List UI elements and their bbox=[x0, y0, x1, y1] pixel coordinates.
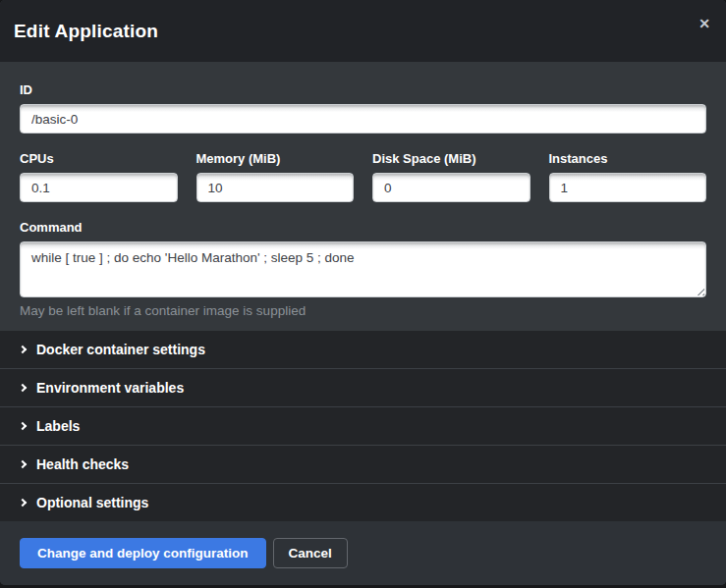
section-label: Docker container settings bbox=[36, 342, 205, 357]
modal-body: ID CPUs Memory (MiB) Disk Space (MiB) In bbox=[0, 62, 726, 331]
id-input[interactable] bbox=[20, 104, 706, 134]
instances-field-group: Instances bbox=[549, 151, 707, 202]
disk-input[interactable] bbox=[372, 173, 531, 202]
instances-label: Instances bbox=[549, 151, 707, 166]
command-help-text: May be left blank if a container image i… bbox=[20, 303, 706, 318]
disk-label: Disk Space (MiB) bbox=[372, 151, 531, 166]
resources-row: CPUs Memory (MiB) Disk Space (MiB) Insta… bbox=[20, 151, 706, 202]
page-background: Edit Application ✕ ID CPUs Memory (MiB) bbox=[0, 0, 726, 588]
chevron-right-icon bbox=[19, 346, 27, 353]
section-environment-variables[interactable]: Environment variables bbox=[0, 369, 726, 407]
command-textarea-wrap: while [ true ] ; do echo 'Hello Marathon… bbox=[20, 241, 706, 297]
section-health-checks[interactable]: Health checks bbox=[0, 446, 726, 484]
command-label: Command bbox=[20, 220, 706, 235]
section-label: Optional settings bbox=[36, 495, 148, 510]
change-and-deploy-button[interactable]: Change and deploy configuration bbox=[20, 538, 266, 568]
command-textarea[interactable]: while [ true ] ; do echo 'Hello Marathon… bbox=[20, 241, 706, 297]
command-field-group: Command while [ true ] ; do echo 'Hello … bbox=[20, 220, 706, 318]
instances-input[interactable] bbox=[549, 173, 707, 202]
chevron-right-icon bbox=[19, 499, 27, 507]
memory-label: Memory (MiB) bbox=[196, 151, 355, 166]
edit-application-modal: Edit Application ✕ ID CPUs Memory (MiB) bbox=[0, 0, 726, 585]
section-optional-settings[interactable]: Optional settings bbox=[0, 484, 726, 521]
cancel-button[interactable]: Cancel bbox=[273, 538, 348, 568]
close-button[interactable]: ✕ bbox=[695, 13, 714, 34]
id-field-group: ID bbox=[20, 82, 706, 134]
chevron-right-icon bbox=[19, 422, 27, 430]
accordion: Docker container settings Environment va… bbox=[0, 331, 726, 521]
section-label: Health checks bbox=[36, 456, 129, 472]
modal-footer: Change and deploy configuration Cancel bbox=[0, 521, 726, 585]
chevron-right-icon bbox=[19, 460, 27, 468]
disk-field-group: Disk Space (MiB) bbox=[372, 151, 531, 202]
section-labels[interactable]: Labels bbox=[0, 407, 726, 446]
section-label: Environment variables bbox=[36, 380, 184, 396]
chevron-right-icon bbox=[19, 384, 27, 392]
id-label: ID bbox=[20, 82, 706, 97]
close-icon: ✕ bbox=[698, 16, 710, 31]
modal-header: Edit Application ✕ bbox=[0, 0, 726, 62]
cpus-label: CPUs bbox=[20, 151, 178, 166]
memory-field-group: Memory (MiB) bbox=[196, 151, 355, 202]
cpus-input[interactable] bbox=[20, 173, 178, 202]
memory-input[interactable] bbox=[196, 173, 355, 202]
section-label: Labels bbox=[36, 418, 80, 434]
section-docker-container-settings[interactable]: Docker container settings bbox=[0, 331, 726, 369]
cpus-field-group: CPUs bbox=[20, 151, 178, 202]
modal-title: Edit Application bbox=[14, 21, 158, 42]
